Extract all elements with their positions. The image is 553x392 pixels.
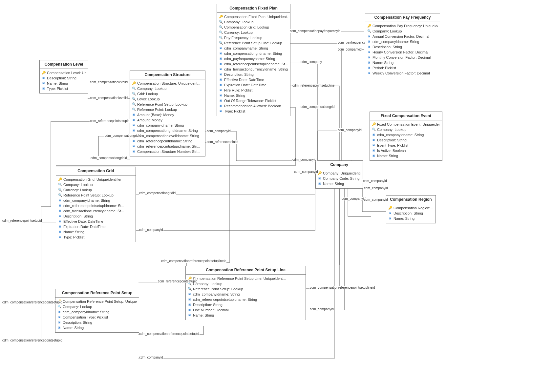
field-icon: ▣ — [132, 117, 136, 123]
lookup-icon: 🔍 — [58, 193, 62, 198]
entity-compensation-region[interactable]: Compensation Region🔑Compensation Region:… — [386, 195, 436, 223]
field-icon: ▣ — [219, 77, 223, 82]
attr-text: Type: Picklist — [63, 235, 84, 240]
edge-label: cdm_companyid — [337, 128, 362, 132]
attr-text: Company: Lookup — [63, 304, 92, 309]
field-icon: ▣ — [188, 302, 192, 307]
attr-text: Type: Picklist — [224, 109, 245, 114]
attr-row: ▣Expiration Date: DateTime — [58, 224, 134, 229]
edge-label: cdm_companyid — [363, 179, 387, 183]
field-icon: ▣ — [219, 103, 223, 109]
field-icon: ▣ — [188, 307, 192, 313]
edge-label: cdm_company — [300, 60, 322, 64]
lookup-icon: 🔍 — [367, 29, 371, 34]
attr-row: ▣Amount (Base): Money — [132, 112, 203, 117]
attr-text: Name: String — [47, 81, 68, 86]
lookup-icon: 🔍 — [132, 91, 136, 96]
field-icon: ▣ — [372, 153, 376, 158]
field-icon: ▣ — [219, 51, 223, 56]
key-icon: 🔑 — [372, 122, 376, 127]
edge-label: cdm_compensationlevelid — [90, 80, 128, 84]
field-icon: ▣ — [367, 71, 371, 76]
entity-compensation-level[interactable]: Compensation Level🔑Compensation Level: U… — [39, 60, 88, 93]
attr-row: ▣Name: String — [318, 181, 361, 186]
lookup-icon: 🔍 — [219, 19, 223, 25]
attr-list: 🔑Compensation Reference Point Setup Line… — [186, 275, 306, 320]
attr-text: Company: Lookup — [63, 182, 93, 187]
edge-label: cdm_companyid — [341, 197, 366, 200]
attr-text: Effective Date: DateTime — [63, 219, 103, 224]
attr-text: Reference Point: Lookup — [137, 107, 177, 112]
attr-text: Pay Frequency: Lookup — [224, 35, 262, 40]
entity-compensation-pay-frequency[interactable]: Compensation Pay Frequency🔑Compensation … — [365, 13, 440, 78]
attr-text: cdm_companyidname: String — [63, 309, 109, 315]
attr-text: Level: Lookup — [137, 96, 160, 102]
key-icon: 🔑 — [367, 23, 371, 29]
attr-text: Expiration Date: DateTime — [63, 224, 106, 229]
attr-text: Event Type: Picklist — [377, 143, 408, 148]
attr-text: Compensation Reference Point Setup: Uniq… — [63, 299, 137, 304]
attr-row: ▣Effective Date: DateTime — [219, 77, 288, 82]
edge-label: cdm_referencepointsetupid — [2, 219, 42, 222]
attr-row: ▣Type: Picklist — [219, 109, 288, 114]
entity-compensation-fixed-plan[interactable]: Compensation Fixed Plan🔑Compensation Fix… — [217, 4, 290, 116]
attr-text: Recommendation Allowed: Boolean — [224, 103, 281, 109]
attr-text: cdm_companyidname: String — [137, 123, 184, 128]
edge-label: cdm_payfrequency — [337, 41, 366, 44]
attr-row: ▣cdm_referencepointsetupidname: String — [188, 297, 304, 302]
attr-row: 🔑Compensation Fixed Plan: Uniqueident... — [219, 14, 288, 19]
entity-fixed-compensation-event[interactable]: Fixed Compensation Event🔑Fixed Compensat… — [370, 112, 442, 161]
attr-row: 🔍Company: Lookup — [219, 19, 288, 25]
attr-list: 🔑Compensation Reference Point Setup: Uni… — [55, 298, 139, 332]
attr-text: Compensation Fixed Plan: Uniqueident... — [224, 14, 288, 19]
attr-row: ▣cdm_companyidname: String — [367, 39, 438, 44]
attr-row: ▣cdm_companyidname: String — [58, 198, 134, 203]
field-icon: ▣ — [132, 149, 136, 154]
attr-text: Monthly Conversion Factor: Decimal — [372, 55, 431, 60]
attr-text: Description: String — [63, 320, 92, 325]
attr-row: 🔍Currency: Lookup — [219, 30, 288, 35]
attr-row: ▣Name: String — [219, 93, 288, 98]
attr-text: Weekly Conversion Factor: Decimal — [372, 71, 430, 76]
field-icon: ▣ — [58, 229, 62, 235]
edge-label: cdm_referencepointid — [206, 140, 239, 144]
entity-title: Fixed Compensation Event — [370, 112, 442, 120]
attr-text: Compensation Level: Uniqueiden... — [47, 70, 86, 75]
attr-row: 🔍Grid: Lookup — [132, 91, 203, 96]
entity-compensation-ref-point-setup-line[interactable]: Compensation Reference Point Setup Line🔑… — [185, 266, 306, 320]
field-icon: ▣ — [57, 309, 61, 315]
key-icon: 🔑 — [132, 81, 136, 86]
attr-row: ▣cdm_referencepointidname: String — [132, 138, 203, 144]
field-icon: ▣ — [42, 81, 46, 86]
edge-label: cdm_referencepointsetupid — [90, 119, 130, 123]
attr-text: Grid: Lookup — [137, 91, 158, 96]
entity-title: Compensation Reference Point Setup Line — [186, 266, 306, 275]
attr-row: 🔑Compensation Structure: Uniqueident... — [132, 81, 203, 86]
attr-row: 🔍Company: Lookup — [372, 127, 440, 132]
field-icon: ▣ — [219, 56, 223, 61]
entity-company[interactable]: Company🔑Company: Uniqueidenti...▣Company… — [315, 160, 363, 189]
attr-text: Description: String — [224, 72, 254, 77]
attr-text: Compensation Grid: Lookup — [224, 25, 269, 30]
entity-compensation-grid[interactable]: Compensation Grid🔑Compensation Grid: Uni… — [56, 167, 136, 242]
attr-text: cdm_referencepointsetupidname: Stri... — [137, 144, 200, 149]
entity-compensation-structure[interactable]: Compensation Structure🔑Compensation Stru… — [130, 71, 205, 156]
key-icon: 🔑 — [219, 14, 223, 19]
attr-row: ▣Annual Conversion Factor: Decimal — [367, 34, 438, 39]
entity-title: Compensation Structure — [130, 71, 205, 79]
attr-row: ▣Recommendation Allowed: Boolean — [219, 103, 288, 109]
attr-row: ▣Hourly Conversion Factor: Decimal — [367, 50, 438, 55]
entity-title: Compensation Reference Point Setup — [55, 289, 139, 298]
entity-title: Company — [316, 161, 363, 169]
field-icon: ▣ — [367, 55, 371, 60]
edge-label: cdm_companyid — [337, 48, 362, 51]
edge-label: cdm_referencepointsetupid — [158, 279, 198, 283]
attr-row: 🔍Reference Point: Lookup — [132, 107, 203, 112]
attr-row: ▣cdm_compensationlevelidname: String — [132, 133, 203, 138]
attr-text: Amount: Money — [137, 117, 162, 123]
entity-compensation-ref-point-setup[interactable]: Compensation Reference Point Setup🔑Compe… — [55, 289, 139, 333]
edge-label: cdm_compensationgridid — [104, 134, 141, 137]
field-icon: ▣ — [188, 313, 192, 318]
attr-text: Hourly Conversion Factor: Decimal — [372, 50, 429, 55]
field-icon: ▣ — [219, 72, 223, 77]
